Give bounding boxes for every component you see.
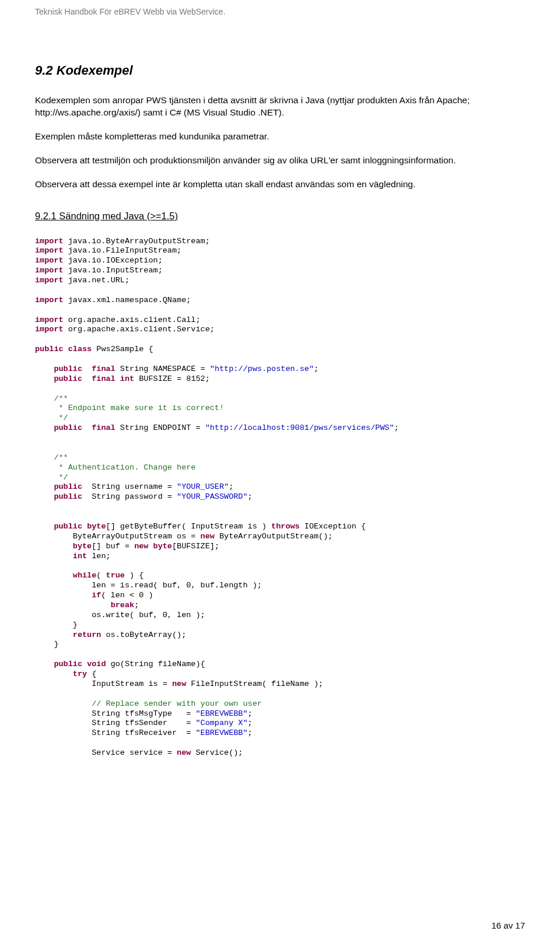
code-text: java.net.URL; <box>68 276 130 285</box>
kw-import: import <box>35 266 64 275</box>
document-header: Teknisk Handbok För eBREV Webb via WebSe… <box>35 7 525 16</box>
code-text: BUFSIZE = 8152; <box>139 374 210 383</box>
code-text: [] buf = <box>92 542 134 551</box>
comment: /** <box>54 394 68 403</box>
page-number: 16 av 17 <box>491 920 525 930</box>
kw-public: public <box>54 522 82 531</box>
code-text: String tfsSender = <box>35 719 195 727</box>
code-text: Service service = <box>35 748 177 757</box>
kw-final: final <box>92 423 116 432</box>
string-literal: "YOUR_USER" <box>177 482 229 491</box>
comment: /** <box>54 453 68 462</box>
kw-import: import <box>35 325 64 334</box>
kw-import: import <box>35 256 64 265</box>
comment: // Replace sender with your own user <box>92 699 262 708</box>
section-number: 9.2 <box>35 63 53 78</box>
subsection-number: 9.2.1 <box>35 211 57 221</box>
code-text: String NAMESPACE = <box>120 365 210 373</box>
string-literal: "EBREVWEBB" <box>195 729 247 737</box>
code-text: javax.xml.namespace.QName; <box>68 296 191 304</box>
string-literal: "Company X" <box>195 719 247 727</box>
code-text: java.io.ByteArrayOutputStream; <box>68 237 210 246</box>
kw-if: if <box>92 591 101 600</box>
kw-public: public <box>54 423 82 432</box>
kw-byte: byte <box>87 522 106 531</box>
kw-public: public <box>54 660 82 668</box>
code-text: [] getByteBuffer( InputStream is ) <box>106 522 272 531</box>
code-text: InputStream is = <box>35 680 172 688</box>
code-text: } <box>35 621 78 629</box>
kw-import: import <box>35 296 64 304</box>
kw-byte: byte <box>73 542 92 551</box>
kw-true: true <box>106 571 125 580</box>
code-text: FileInputStream( fileName ); <box>186 680 323 688</box>
comment: * Endpoint make sure it is correct! <box>54 404 224 412</box>
kw-import: import <box>35 237 64 246</box>
section-heading: 9.2 Kodexempel <box>35 63 525 78</box>
kw-new: new <box>172 680 186 688</box>
string-literal: "http://pws.posten.se" <box>210 365 314 373</box>
code-text: java.io.InputStream; <box>68 266 163 275</box>
kw-public: public <box>54 482 82 491</box>
code-text: len = is.read( buf, 0, buf.length ); <box>35 581 262 590</box>
kw-final: final <box>92 374 116 383</box>
code-text: os.write( buf, 0, len ); <box>35 611 205 619</box>
code-text: ; <box>248 492 253 501</box>
kw-public: public <box>54 374 82 383</box>
paragraph-1: Kodexemplen som anropar PWS tjänsten i d… <box>35 94 525 119</box>
code-text: String tfsReceiver = <box>35 729 195 737</box>
kw-byte: byte <box>153 542 172 551</box>
code-text: os.toByteArray(); <box>101 631 186 639</box>
string-literal: "http://localhost:9081/pws/services/PWS" <box>205 423 394 432</box>
code-text: ; <box>248 709 253 718</box>
code-text: String password = <box>92 492 177 501</box>
subsection-heading: 9.2.1 Sändning med Java (>=1.5) <box>35 211 525 222</box>
code-text: Service(); <box>191 748 243 757</box>
code-text: ( len < 0 ) <box>101 591 153 600</box>
code-text: } <box>35 640 59 649</box>
code-text: ; <box>229 482 233 491</box>
code-text: String ENDPOINT = <box>120 423 205 432</box>
code-text: { <box>87 670 96 678</box>
code-text: ) { <box>125 571 144 580</box>
kw-new: new <box>177 748 191 757</box>
kw-while: while <box>73 571 97 580</box>
kw-int: int <box>73 552 87 561</box>
code-text: ; <box>248 729 253 737</box>
code-text: ; <box>394 423 399 432</box>
code-text: IOException { <box>304 522 366 531</box>
section-title-text: Kodexempel <box>57 63 133 78</box>
paragraph-3: Observera att testmiljön och produktions… <box>35 155 525 167</box>
kw-throws: throws <box>271 522 300 531</box>
string-literal: "EBREVWEBB" <box>195 709 247 718</box>
kw-import: import <box>35 246 64 255</box>
kw-try: try <box>73 670 87 678</box>
kw-public: public <box>54 365 82 373</box>
kw-class: class <box>68 345 92 353</box>
paragraph-2: Exemplen måste kompletteras med kundunik… <box>35 131 525 143</box>
kw-new: new <box>201 532 215 541</box>
paragraph-4: Observera att dessa exempel inte är komp… <box>35 178 525 191</box>
subsection-title-text: Sändning med Java (>=1.5) <box>59 211 178 221</box>
comment: * Authentication. Change here <box>54 463 195 472</box>
code-text: org.apache.axis.client.Service; <box>68 325 215 334</box>
code-text: ByteArrayOutputStream os = <box>35 532 201 541</box>
kw-import: import <box>35 316 64 324</box>
kw-new: new <box>134 542 148 551</box>
code-text: String tfsMsgType = <box>35 709 195 718</box>
kw-break: break <box>111 601 135 610</box>
kw-return: return <box>73 631 102 639</box>
code-text: org.apache.axis.client.Call; <box>68 316 201 324</box>
code-text: java.io.IOException; <box>68 256 163 265</box>
code-text: String username = <box>92 482 177 491</box>
comment: */ <box>54 414 68 422</box>
class-name: Pws2Sample <box>96 345 144 353</box>
kw-public: public <box>35 345 64 353</box>
code-text: go(String fileName){ <box>106 660 205 668</box>
code-text: ; <box>314 365 318 373</box>
kw-void: void <box>87 660 106 668</box>
kw-final: final <box>92 365 116 373</box>
code-text: [BUFSIZE]; <box>172 542 219 551</box>
code-text: ByteArrayOutputStream(); <box>215 532 333 541</box>
string-literal: "YOUR_PASSWORD" <box>177 492 248 501</box>
